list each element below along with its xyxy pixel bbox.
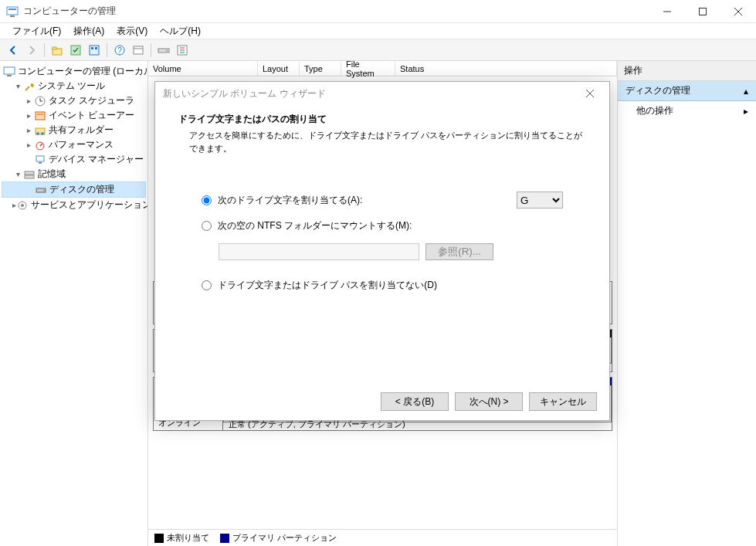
tree-system-tools[interactable]: ▾ システム ツール [2, 79, 146, 93]
tree-disk-management-label: ディスクの管理 [49, 183, 114, 196]
svg-rect-2 [8, 8, 16, 10]
radio-no-assign[interactable]: ドライブ文字またはドライブ パスを割り当てない(D) [202, 279, 563, 292]
radio-no-assign-input[interactable] [202, 280, 212, 290]
volume-list-header: Volume Layout Type File System Status [148, 61, 617, 76]
expand-icon[interactable]: ▸ [23, 110, 34, 121]
collapse-icon: ▴ [744, 86, 748, 97]
collapse-icon[interactable]: ▾ [12, 169, 23, 180]
svg-rect-15 [134, 46, 143, 54]
svg-rect-0 [7, 7, 18, 15]
event-icon [34, 110, 46, 122]
tree-root[interactable]: コンピューターの管理 (ローカル) [2, 64, 146, 79]
dialog-close-button[interactable] [578, 86, 602, 101]
mount-path-input [219, 243, 419, 260]
maximize-button[interactable] [685, 0, 720, 23]
radio-assign-letter-input[interactable] [202, 195, 212, 205]
tree-system-tools-label: システム ツール [38, 80, 105, 93]
tool-btn-1[interactable] [67, 42, 84, 59]
next-button[interactable]: 次へ(N) > [455, 392, 523, 411]
menu-help[interactable]: ヘルプ(H) [154, 23, 207, 39]
svg-point-40 [43, 189, 45, 191]
svg-point-18 [166, 49, 168, 51]
disk-icon [35, 184, 47, 196]
radio-mount-folder-input[interactable] [202, 221, 212, 231]
share-icon [34, 124, 46, 137]
legend: 未割り当て プライマリ パーティション [148, 529, 617, 546]
services-icon [16, 199, 29, 212]
tree-root-label: コンピューターの管理 (ローカル) [18, 65, 148, 78]
close-button[interactable] [720, 0, 756, 23]
tree-services[interactable]: ▸ サービスとアプリケーション [2, 198, 146, 212]
app-icon [6, 5, 19, 18]
svg-rect-36 [39, 162, 42, 164]
svg-rect-23 [4, 67, 15, 74]
window-title: コンピューターの管理 [23, 5, 649, 18]
tree-storage[interactable]: ▾ 記憶域 [2, 167, 146, 181]
expand-icon[interactable]: ▸ [23, 125, 34, 136]
svg-point-31 [36, 132, 39, 135]
menu-view[interactable]: 表示(V) [110, 23, 154, 39]
tool-btn-5[interactable] [174, 42, 191, 59]
tree-device-manager-label: デバイス マネージャー [49, 153, 144, 166]
radio-assign-letter[interactable]: 次のドライブ文字を割り当てる(A): G [202, 192, 563, 209]
action-other[interactable]: 他の操作 ▸ [618, 101, 756, 120]
svg-rect-38 [25, 175, 34, 178]
tree-task-scheduler-label: タスク スケジューラ [49, 94, 134, 107]
expand-icon[interactable]: ▸ [23, 96, 34, 107]
svg-point-32 [41, 132, 44, 135]
tree-pane: コンピューターの管理 (ローカル) ▾ システム ツール ▸ タスク スケジュー… [0, 61, 148, 546]
svg-rect-4 [700, 8, 707, 15]
tool-btn-3[interactable] [130, 42, 147, 59]
radio-mount-folder[interactable]: 次の空の NTFS フォルダーにマウントする(M): [202, 219, 563, 232]
svg-rect-24 [7, 75, 12, 76]
minimize-button[interactable] [649, 0, 685, 23]
col-type[interactable]: Type [300, 61, 341, 76]
tree-performance[interactable]: ▸ パフォーマンス [2, 137, 146, 152]
help-button[interactable]: ? [111, 42, 128, 59]
tree-event-viewer-label: イベント ビューアー [49, 109, 134, 122]
tree-shared-folders-label: 共有フォルダー [49, 124, 114, 137]
col-status[interactable]: Status [395, 61, 617, 76]
tree-performance-label: パフォーマンス [49, 138, 114, 151]
clock-icon [34, 95, 46, 107]
forward-button[interactable] [23, 42, 40, 59]
browse-button: 参照(R)... [425, 243, 493, 260]
device-icon [34, 154, 46, 166]
menu-action[interactable]: 操作(A) [67, 23, 110, 39]
svg-point-42 [21, 204, 24, 207]
menu-file[interactable]: ファイル(F) [6, 23, 67, 39]
svg-rect-1 [10, 15, 15, 17]
tool-btn-2[interactable] [86, 42, 103, 59]
collapse-icon[interactable]: ▾ [12, 81, 23, 92]
action-category-disk[interactable]: ディスクの管理 ▴ [618, 81, 756, 101]
col-layout[interactable]: Layout [258, 61, 300, 76]
svg-rect-37 [25, 171, 34, 175]
drive-letter-select[interactable]: G [517, 192, 563, 209]
tool-btn-4[interactable] [155, 42, 172, 59]
svg-rect-12 [95, 47, 97, 49]
tree-services-label: サービスとアプリケーション [31, 198, 148, 212]
tree-device-manager[interactable]: ▸ デバイス マネージャー [2, 152, 146, 167]
cancel-button[interactable]: キャンセル [529, 392, 597, 411]
menubar: ファイル(F) 操作(A) 表示(V) ヘルプ(H) [0, 23, 756, 39]
chevron-right-icon: ▸ [744, 106, 748, 117]
expand-icon[interactable]: ▸ [23, 140, 34, 151]
tree-event-viewer[interactable]: ▸ イベント ビューアー [2, 108, 146, 123]
dialog-title: 新しいシンプル ボリューム ウィザード [163, 87, 326, 100]
toolbar: ? [0, 39, 756, 61]
col-volume[interactable]: Volume [148, 61, 258, 76]
dialog-heading: ドライブ文字またはパスの割り当て [178, 113, 586, 126]
svg-text:?: ? [117, 46, 122, 55]
svg-rect-10 [90, 46, 99, 55]
tools-icon [23, 80, 36, 93]
tree-storage-label: 記憶域 [38, 168, 66, 181]
tree-shared-folders[interactable]: ▸ 共有フォルダー [2, 123, 146, 137]
tree-disk-management[interactable]: ▸ ディスクの管理 [2, 181, 146, 198]
titlebar: コンピューターの管理 [0, 0, 756, 23]
tree-task-scheduler[interactable]: ▸ タスク スケジューラ [2, 93, 146, 108]
computer-icon [3, 66, 15, 78]
back-button[interactable] [5, 42, 22, 59]
col-fs[interactable]: File System [341, 61, 395, 76]
up-button[interactable] [49, 42, 66, 59]
back-button[interactable]: < 戻る(B) [381, 392, 449, 411]
